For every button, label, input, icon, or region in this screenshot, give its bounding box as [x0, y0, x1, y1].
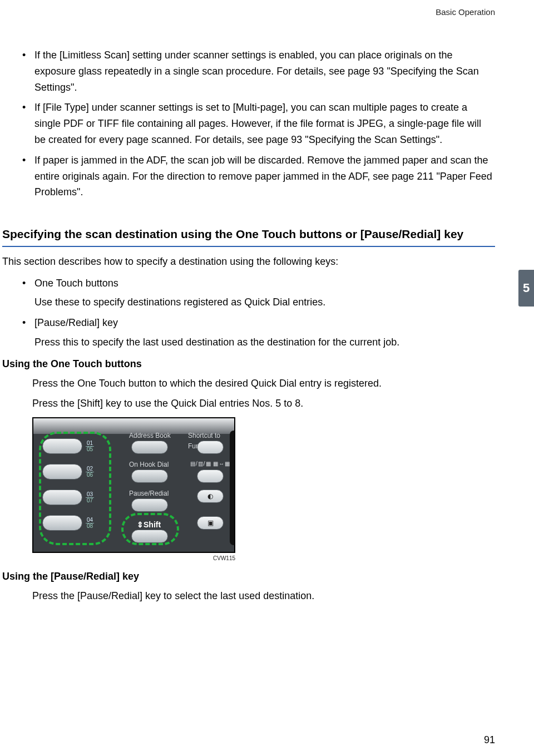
section-heading: Specifying the scan destination using th… — [2, 225, 495, 244]
highlight-one-touch — [39, 432, 111, 545]
id-copy-button — [197, 470, 224, 483]
list-item-desc: Use these to specify destinations regist… — [34, 294, 495, 310]
sub-heading-one-touch: Using the One Touch buttons — [2, 356, 495, 372]
pause-redial-label: Pause/Redial — [129, 488, 169, 499]
paragraph: Press the [Shift] key to use the Quick D… — [32, 396, 495, 412]
keys-list: One Touch buttons Use these to specify d… — [20, 275, 495, 350]
paragraph: Press the One Touch button to which the … — [32, 375, 495, 392]
density-button: ◐ — [197, 490, 224, 503]
density-icon: ◐ — [207, 491, 213, 502]
on-hook-dial-button — [131, 470, 168, 483]
list-item: If the [Limitless Scan] setting under sc… — [20, 47, 495, 95]
list-item: [Pause/Redial] key Press this to specify… — [20, 315, 495, 350]
control-panel-illustration: 0105 0206 0307 0408 Addres — [32, 417, 235, 553]
heading-rule — [2, 246, 495, 247]
address-book-label: Address Book — [129, 431, 171, 441]
list-item: If paper is jammed in the ADF, the scan … — [20, 152, 495, 200]
preview-icon: ▣ — [207, 518, 214, 528]
pause-redial-button — [131, 498, 168, 512]
list-item: One Touch buttons Use these to specify d… — [20, 275, 495, 311]
sub-heading-pause-redial: Using the [Pause/Redial] key — [2, 569, 495, 585]
on-hook-dial-label: On Hook Dial — [129, 459, 169, 470]
list-item: If [File Type] under scanner settings is… — [20, 100, 495, 147]
notes-list: If the [Limitless Scan] setting under sc… — [20, 47, 495, 200]
list-item-title: [Pause/Redial] key — [34, 315, 495, 331]
preview-button: ▣ — [197, 516, 224, 530]
list-item-title: One Touch buttons — [34, 275, 495, 291]
id-copy-icons: ▤/▥/▦ ▦↔▦ — [190, 459, 230, 468]
page-number: 91 — [484, 732, 495, 748]
address-book-button — [131, 441, 168, 454]
list-item-desc: Press this to specify the last used dest… — [34, 334, 495, 350]
section-tab: 5 — [518, 270, 534, 307]
figure-caption: CVW115 — [32, 554, 235, 563]
shortcut-func-button — [197, 441, 224, 454]
intro-text: This section describes how to specify a … — [2, 254, 495, 270]
running-header: Basic Operation — [436, 6, 495, 19]
highlight-shift — [121, 513, 179, 545]
paragraph: Press the [Pause/Redial] key to select t… — [32, 588, 495, 604]
